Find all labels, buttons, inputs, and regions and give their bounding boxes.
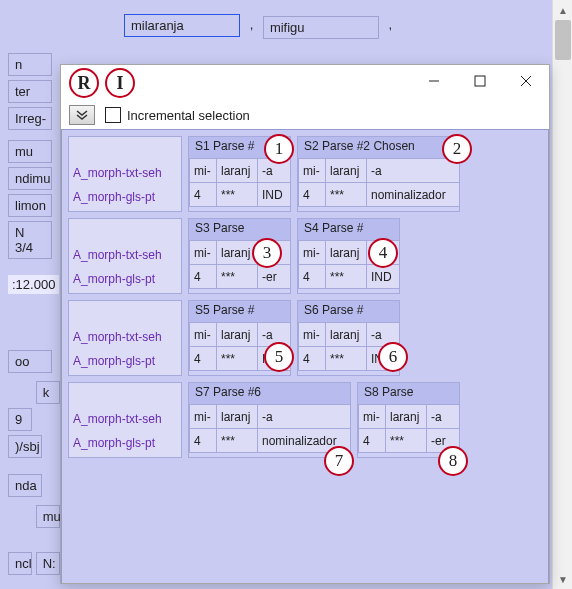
- parse-block-7[interactable]: S7 Parse #6 mi- laranj -a 4 *** nominali…: [188, 382, 351, 458]
- chevron-double-down-icon: [75, 110, 89, 120]
- cell: 4: [189, 265, 217, 289]
- cell: ***: [216, 265, 258, 289]
- cell: mi-: [189, 159, 217, 183]
- bg-foot-nda: nda: [8, 474, 42, 497]
- cell: 4: [189, 347, 217, 371]
- annotation-circle-1: 1: [264, 134, 294, 164]
- parse-block-2[interactable]: S2 Parse #2 Chosen mi- laranj -a 4 *** n…: [297, 136, 460, 212]
- bg-row-n: n: [8, 53, 52, 76]
- bg-foot-k: k: [36, 381, 60, 404]
- parse-head: S2 Parse #2 Chosen: [298, 137, 459, 159]
- cell: -a: [366, 159, 460, 183]
- bg-row-n34: N 3/4: [8, 221, 52, 259]
- checkbox-icon: [105, 107, 121, 123]
- parse-head: S3 Parse: [189, 219, 290, 241]
- cell: mi-: [189, 323, 217, 347]
- dialog-body: A_morph-txt-seh A_morph-gls-pt S1 Parse …: [61, 129, 549, 583]
- scroll-up-arrow[interactable]: ▲: [553, 0, 572, 20]
- label-morph-txt: A_morph-txt-seh: [69, 325, 181, 349]
- cell: laranj: [216, 159, 258, 183]
- annotation-circle-8: 8: [438, 446, 468, 476]
- minimize-icon: [428, 75, 440, 87]
- bg-row-limon: limon: [8, 194, 52, 217]
- parse-head: S6 Parse #: [298, 301, 399, 323]
- bg-foot-N: N:: [36, 552, 60, 575]
- main-vertical-scrollbar[interactable]: ▲ ▼: [552, 0, 572, 589]
- dialog-toolbar: Incremental selection: [61, 101, 549, 129]
- cell: -a: [257, 405, 351, 429]
- parse-head: S7 Parse #6: [189, 383, 350, 405]
- cell: ***: [325, 347, 367, 371]
- annotation-circle-4: 4: [368, 238, 398, 268]
- parse-head: S5 Parse #: [189, 301, 290, 323]
- cell: ***: [325, 183, 367, 207]
- cell: laranj: [325, 159, 367, 183]
- cell: 4: [189, 183, 217, 207]
- dialog-titlebar[interactable]: R I: [61, 65, 549, 101]
- cell: ***: [325, 265, 367, 289]
- title-letter-i: I: [105, 68, 135, 98]
- bg-input-2[interactable]: mifigu: [263, 16, 379, 39]
- cell: 4: [298, 183, 326, 207]
- bg-row-ndimu: ndimu: [8, 167, 52, 190]
- maximize-icon: [474, 75, 486, 87]
- bg-input-1[interactable]: milaranja: [124, 14, 240, 37]
- cell: 4: [298, 265, 326, 289]
- cell: laranj: [216, 323, 258, 347]
- cell: nominalizador: [366, 183, 460, 207]
- scroll-thumb[interactable]: [555, 20, 571, 60]
- label-morph-txt: A_morph-txt-seh: [69, 243, 181, 267]
- svg-rect-1: [475, 76, 485, 86]
- bg-row-mu: mu: [8, 140, 52, 163]
- bg-comma-2: ,: [383, 14, 399, 35]
- cell: ***: [216, 183, 258, 207]
- title-letter-r: R: [69, 68, 99, 98]
- label-morph-gls: A_morph-gls-pt: [69, 349, 181, 373]
- cell: -er: [257, 265, 291, 289]
- cell: laranj: [325, 241, 367, 265]
- cell: laranj: [216, 405, 258, 429]
- annotation-circle-6: 6: [378, 342, 408, 372]
- incremental-selection-checkbox[interactable]: Incremental selection: [105, 107, 250, 123]
- annotation-circle-3: 3: [252, 238, 282, 268]
- annotation-circle-7: 7: [324, 446, 354, 476]
- label-morph-gls: A_morph-gls-pt: [69, 267, 181, 291]
- cell: mi-: [298, 241, 326, 265]
- incremental-selection-label: Incremental selection: [127, 108, 250, 123]
- row-labels: A_morph-txt-seh A_morph-gls-pt: [68, 382, 182, 458]
- cell: 4: [358, 429, 386, 453]
- minimize-button[interactable]: [411, 65, 457, 97]
- parse-head: S8 Parse: [358, 383, 459, 405]
- maximize-button[interactable]: [457, 65, 503, 97]
- bg-row-ter: ter: [8, 80, 52, 103]
- cell: ***: [385, 429, 427, 453]
- close-button[interactable]: [503, 65, 549, 97]
- scroll-down-arrow[interactable]: ▼: [553, 569, 572, 589]
- annotation-circle-5: 5: [264, 342, 294, 372]
- cell: mi-: [358, 405, 386, 429]
- bg-row-irreg: Irreg-: [8, 107, 52, 130]
- cell: mi-: [189, 405, 217, 429]
- bg-foot-sbj: )/sbj: [8, 435, 42, 458]
- close-icon: [520, 75, 532, 87]
- cell: mi-: [189, 241, 217, 265]
- dropdown-button[interactable]: [69, 105, 95, 125]
- cell: laranj: [385, 405, 427, 429]
- label-morph-txt: A_morph-txt-seh: [69, 161, 181, 185]
- bg-foot-ncl: ncl: [8, 552, 32, 575]
- cell: 4: [298, 347, 326, 371]
- bg-comma-1: ,: [244, 14, 260, 35]
- label-morph-txt: A_morph-txt-seh: [69, 407, 181, 431]
- bg-foot-9: 9: [8, 408, 32, 431]
- row-labels: A_morph-txt-seh A_morph-gls-pt: [68, 300, 182, 376]
- cell: mi-: [298, 159, 326, 183]
- cell: -a: [426, 405, 460, 429]
- cell: mi-: [298, 323, 326, 347]
- bg-foot-mu2: mu: [36, 505, 60, 528]
- annotation-circle-2: 2: [442, 134, 472, 164]
- cell: laranj: [325, 323, 367, 347]
- parse-dialog: R I Incremental selection: [60, 64, 550, 584]
- cell: 4: [189, 429, 217, 453]
- parse-block-8[interactable]: S8 Parse mi- laranj -a 4 *** -er: [357, 382, 460, 458]
- row-labels: A_morph-txt-seh A_morph-gls-pt: [68, 218, 182, 294]
